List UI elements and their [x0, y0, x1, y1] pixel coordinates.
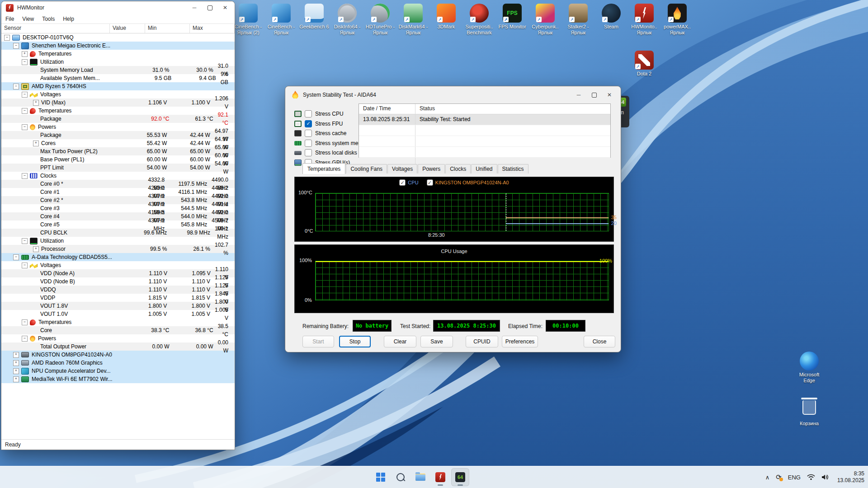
- sensor-row[interactable]: CPU BCLK99.6 MHz98.9 MHz100.1 MHz: [1, 229, 235, 237]
- tab-cooling-fans[interactable]: Cooling Fans: [346, 164, 387, 174]
- collapse-toggle-icon[interactable]: −: [22, 319, 28, 325]
- tab-clocks[interactable]: Clocks: [445, 164, 471, 174]
- desktop-icon-cinebench[interactable]: CineBench -Ярлык: [265, 4, 297, 36]
- hwmonitor-column-header[interactable]: Sensor Value Min Max: [1, 24, 235, 33]
- clear-button[interactable]: Clear: [384, 336, 416, 347]
- sensor-row[interactable]: VDD (Node B)1.110 V1.110 V1.125 V: [1, 277, 235, 286]
- sensor-row[interactable]: Core #54307.9 MHz545.8 MHz4508.7 MHz: [1, 221, 235, 229]
- sensor-row[interactable]: +Temperatures: [1, 50, 235, 58]
- desktop-icon-hdtune[interactable]: HDTunePro -Ярлык: [364, 4, 396, 36]
- desktop-icon-cyberpunk[interactable]: Cyberpunk..Ярлык: [529, 4, 561, 36]
- sensor-row[interactable]: −A-Data Technology CBDAD5S5...: [1, 253, 235, 261]
- desktop-icon-steam[interactable]: Steam: [595, 4, 627, 30]
- sensor-row[interactable]: Core #14283.0 MHz4116.1 MHz4488.2 MHz: [1, 188, 235, 196]
- collapse-toggle-icon[interactable]: −: [13, 43, 19, 49]
- collapse-toggle-icon[interactable]: −: [22, 173, 28, 179]
- sensor-row[interactable]: +AMD Radeon 760M Graphics: [1, 359, 235, 367]
- stress-option-stress-cache[interactable]: Stress cache: [294, 129, 346, 137]
- desktop-icon-powermax[interactable]: powerMAX..Ярлык: [661, 4, 693, 36]
- expand-toggle-icon[interactable]: +: [33, 100, 39, 106]
- desktop-icon-superposition[interactable]: Superpositi..Benchmark: [463, 4, 495, 36]
- expand-toggle-icon[interactable]: +: [13, 352, 19, 358]
- collapse-toggle-icon[interactable]: −: [22, 238, 28, 244]
- aida64-taskbar-button[interactable]: 64: [451, 468, 469, 486]
- sensor-row[interactable]: VOUT 1.8V1.800 V1.800 V1.800 V: [1, 302, 235, 310]
- minimize-icon[interactable]: ─: [187, 2, 202, 13]
- checkbox[interactable]: [305, 149, 312, 156]
- sensor-row[interactable]: Max Turbo Power (PL2)65.00 W65.00 W65.00…: [1, 147, 235, 155]
- cpuid-button[interactable]: CPUID: [466, 336, 498, 347]
- legend-item[interactable]: ✓CPU: [399, 179, 418, 186]
- menu-help[interactable]: Help: [59, 15, 78, 23]
- expand-toggle-icon[interactable]: +: [33, 246, 39, 252]
- sensor-row[interactable]: Available System Mem...9.5 GB9.4 GB9.6 G…: [1, 74, 235, 82]
- sensor-row[interactable]: +VID (Max)1.106 V1.100 V1.206 V: [1, 99, 235, 107]
- desktop-icon-diskmark[interactable]: DiskMark64 -Ярлык: [397, 4, 429, 36]
- desktop-icon-hwm[interactable]: HWMonito..Ярлык: [628, 4, 660, 36]
- desktop-icon-fpsmon[interactable]: FPSFPS Monitor: [496, 4, 528, 30]
- collapse-toggle-icon[interactable]: −: [4, 35, 10, 41]
- collapse-toggle-icon[interactable]: −: [22, 336, 28, 342]
- column-min[interactable]: Min: [145, 24, 190, 33]
- desktop-icon-recycle-bin[interactable]: Корзина: [793, 399, 826, 427]
- sensor-row[interactable]: −Voltages: [1, 261, 235, 269]
- preferences-button[interactable]: Preferences: [502, 336, 538, 347]
- sensor-row[interactable]: −Temperatures: [1, 107, 235, 115]
- checkbox[interactable]: ✓: [305, 120, 312, 127]
- desktop-icon-geekbench[interactable]: Geekbench 6: [298, 4, 330, 30]
- tab-powers[interactable]: Powers: [418, 164, 445, 174]
- sensor-row[interactable]: −AMD Ryzen 5 7640HS: [1, 82, 235, 90]
- collapse-toggle-icon[interactable]: −: [13, 84, 19, 89]
- log-column-status[interactable]: Status: [415, 104, 610, 114]
- expand-toggle-icon[interactable]: +: [22, 51, 28, 57]
- start-button[interactable]: [372, 468, 390, 486]
- sensor-row[interactable]: VDDQ1.110 V1.110 V1.125 V: [1, 286, 235, 294]
- sensor-row[interactable]: Package92.0 °C61.3 °C92.1 °C: [1, 115, 235, 123]
- sensor-row[interactable]: −Temperatures: [1, 318, 235, 326]
- sensor-row[interactable]: −Utilization: [1, 237, 235, 245]
- legend-item[interactable]: ✓KINGSTON OM8PGP41024N-A0: [427, 179, 509, 186]
- tab-unified[interactable]: Unified: [471, 164, 497, 174]
- close-icon[interactable]: ✕: [602, 89, 617, 100]
- column-sensor[interactable]: Sensor: [1, 24, 110, 33]
- legend-checkbox[interactable]: ✓: [427, 179, 433, 186]
- desktop-icon-diskinfo[interactable]: DiskInfo64 -Ярлык: [331, 4, 363, 36]
- hwmonitor-taskbar-button[interactable]: [431, 468, 449, 486]
- collapse-toggle-icon[interactable]: −: [22, 108, 28, 114]
- legend-checkbox[interactable]: ✓: [399, 179, 406, 186]
- log-row[interactable]: 13.08.2025 8:25:31Stability Test: Starte…: [359, 114, 610, 125]
- sensor-row[interactable]: Core #44158.5 MHz544.0 MHz4492.0 MHz: [1, 212, 235, 221]
- tab-voltages[interactable]: Voltages: [387, 164, 417, 174]
- expand-toggle-icon[interactable]: +: [13, 376, 19, 382]
- expand-toggle-icon[interactable]: +: [13, 360, 19, 366]
- menu-file[interactable]: File: [1, 15, 18, 23]
- language-indicator[interactable]: ENG: [788, 474, 801, 481]
- aida64-titlebar[interactable]: System Stability Test - AIDA64 ─ ✕: [285, 86, 621, 103]
- collapse-toggle-icon[interactable]: −: [22, 59, 28, 65]
- desktop-icon-mark3d[interactable]: 3DMark: [430, 4, 462, 30]
- tab-statistics[interactable]: Statistics: [498, 164, 528, 174]
- sensor-row[interactable]: +MediaTek Wi-Fi 6E MT7902 Wir...: [1, 375, 235, 383]
- minimize-icon[interactable]: ─: [571, 89, 586, 100]
- sensor-row[interactable]: Package55.53 W42.44 W64.97 W: [1, 131, 235, 139]
- collapse-toggle-icon[interactable]: −: [13, 254, 19, 260]
- sensor-row[interactable]: +KINGSTON OM8PGP41024N-A0: [1, 351, 235, 359]
- hwmonitor-titlebar[interactable]: HWMonitor ─ ✕: [1, 1, 235, 14]
- sensor-row[interactable]: +NPU Compute Accelerator Dev...: [1, 367, 235, 375]
- desktop-icon-microsoft-edge[interactable]: Microsoft Edge: [793, 352, 826, 384]
- sensor-row[interactable]: Base Power (PL1)60.00 W60.00 W60.00 W: [1, 155, 235, 164]
- start-button[interactable]: Start: [302, 336, 334, 347]
- sensor-row[interactable]: VDDP1.815 V1.815 V1.845 V: [1, 294, 235, 302]
- column-value[interactable]: Value: [110, 24, 145, 33]
- tab-temperatures[interactable]: Temperatures: [302, 163, 345, 174]
- update-sync-icon[interactable]: ⟳: [776, 473, 782, 481]
- stress-option-stress-local-disks[interactable]: Stress local disks: [294, 149, 357, 157]
- close-button[interactable]: Close: [584, 336, 615, 347]
- collapse-toggle-icon[interactable]: −: [22, 263, 28, 268]
- sensor-row[interactable]: −DESKTOP-010TV6Q: [1, 33, 235, 42]
- stress-option-stress-fpu[interactable]: ✓Stress FPU: [294, 120, 343, 128]
- tray-expand-icon[interactable]: ∧: [765, 474, 770, 481]
- stop-button[interactable]: Stop: [339, 336, 371, 347]
- sensor-row[interactable]: Core38.3 °C36.8 °C38.5 °C: [1, 326, 235, 334]
- expand-toggle-icon[interactable]: +: [13, 368, 19, 374]
